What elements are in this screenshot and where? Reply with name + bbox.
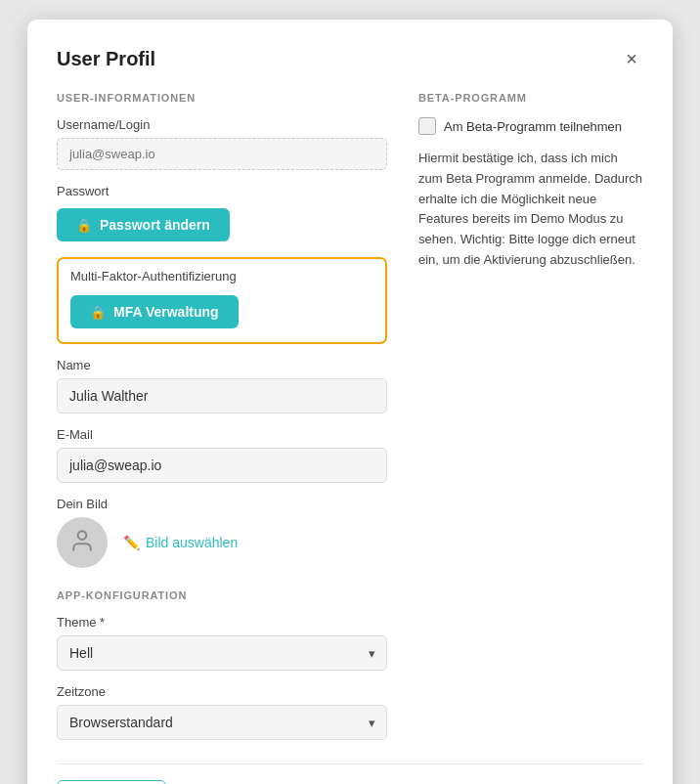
name-label: Name [57,358,387,372]
change-password-button[interactable]: 🔒 Passwort ändern [57,208,230,241]
name-input[interactable] [57,378,387,414]
email-input[interactable] [57,448,387,483]
svg-point-0 [78,531,87,540]
right-column: BETA-PROGRAMM Am Beta-Programm teilnehme… [418,92,643,740]
app-config-section-label: APP-KONFIGURATION [57,589,387,601]
person-icon [69,528,95,557]
theme-select-wrapper: Hell Dunkel Systemstandard ▾ [57,635,387,671]
select-image-button[interactable]: ✏️ Bild auswählen [123,535,238,550]
close-button[interactable]: Schließen [57,780,166,784]
modal-title: User Profil [57,48,155,70]
username-input[interactable] [57,138,387,170]
mfa-section: Multi-Faktor-Authentifizierung 🔒 MFA Ver… [57,257,387,344]
beta-description-text: Hiermit bestätige ich, dass ich mich zum… [418,149,643,271]
change-password-label: Passwort ändern [100,217,210,233]
beta-checkbox[interactable] [418,117,436,135]
beta-checkbox-row: Am Beta-Programm teilnehmen [418,117,643,135]
select-image-label: Bild auswählen [146,535,238,550]
lock-icon: 🔒 [76,218,92,233]
modal-footer: Schließen [57,763,643,784]
user-profile-modal: User Profil × USER-INFORMATIONEN Usernam… [27,20,673,784]
modal-header: User Profil × [57,47,643,70]
image-row: ✏️ Bild auswählen [57,517,387,568]
avatar [57,517,108,568]
timezone-select-wrapper: Browserstandard UTC Europe/Berlin ▾ [57,705,387,740]
mfa-btn-label: MFA Verwaltung [113,304,219,320]
theme-label: Theme * [57,615,387,630]
mfa-lock-icon: 🔒 [90,305,106,320]
user-info-section-label: USER-INFORMATIONEN [57,92,387,104]
left-column: USER-INFORMATIONEN Username/Login Passwo… [57,92,387,740]
username-label: Username/Login [57,117,387,132]
image-label: Dein Bild [57,497,387,511]
modal-body: USER-INFORMATIONEN Username/Login Passwo… [57,92,643,740]
pencil-icon: ✏️ [123,535,140,550]
theme-select[interactable]: Hell Dunkel Systemstandard [57,635,387,671]
password-label: Passwort [57,184,387,198]
mfa-section-label: Multi-Faktor-Authentifizierung [70,269,373,283]
timezone-label: Zeitzone [57,684,387,699]
close-icon-button[interactable]: × [620,47,643,70]
beta-section-label: BETA-PROGRAMM [418,92,643,104]
email-label: E-Mail [57,427,387,442]
mfa-management-button[interactable]: 🔒 MFA Verwaltung [70,295,239,328]
timezone-select[interactable]: Browserstandard UTC Europe/Berlin [57,705,387,740]
modal-overlay: User Profil × USER-INFORMATIONEN Usernam… [0,0,700,784]
beta-checkbox-label: Am Beta-Programm teilnehmen [444,119,622,134]
app-config-section: APP-KONFIGURATION Theme * Hell Dunkel Sy… [57,589,387,740]
